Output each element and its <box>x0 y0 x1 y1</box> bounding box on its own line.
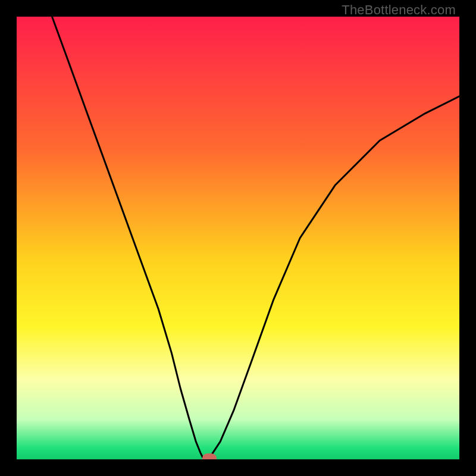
curve-path <box>52 17 460 457</box>
chart-frame: TheBottleneck.com <box>0 0 476 476</box>
plot-area <box>17 17 459 459</box>
watermark-text: TheBottleneck.com <box>342 2 456 18</box>
bottleneck-curve <box>17 17 459 459</box>
optimum-marker <box>202 453 217 459</box>
